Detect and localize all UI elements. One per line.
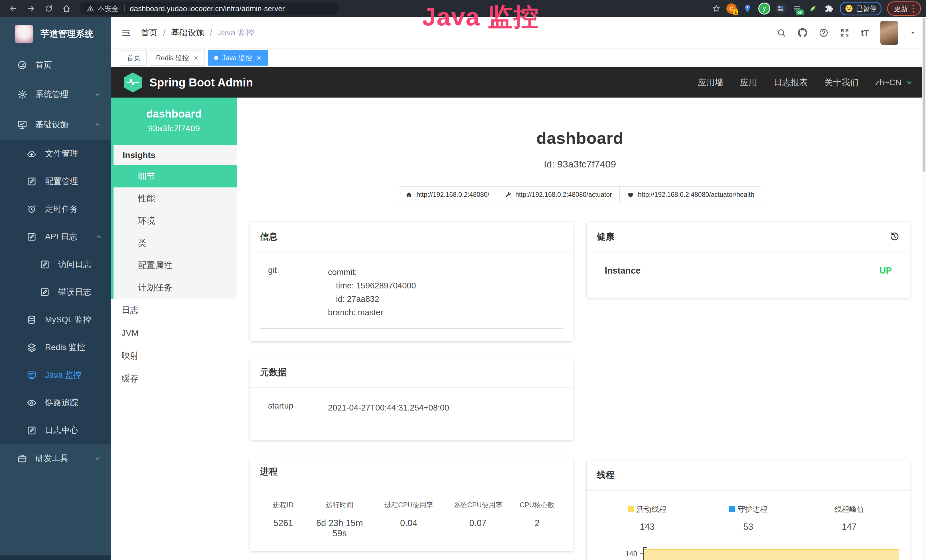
sba-nav-applications[interactable]: 应用 (740, 77, 757, 88)
health-url-button[interactable]: http://192.168.0.2:48080/actuator/health (619, 186, 762, 203)
process-col-process-cpu: 进程CPU使用率 0.04 (373, 500, 445, 539)
sba-item-classes[interactable]: 类 (113, 232, 237, 254)
sba-nav-wallboard[interactable]: 应用墙 (698, 77, 723, 88)
sidebar-item-scheduled-tasks[interactable]: 定时任务 (0, 195, 111, 223)
edit-icon (27, 177, 36, 186)
sidebar-collapse-bar[interactable] (0, 555, 111, 560)
admin-sidebar: 芋道管理系统 首页 系统管理 基础设施 文件管理 (0, 17, 111, 560)
chevron-up-icon (94, 121, 101, 129)
close-icon[interactable] (256, 55, 262, 61)
address-bar[interactable]: 不安全 dashboard.yudao.iocoder.cn/infra/adm… (79, 2, 339, 15)
sidebar-item-trace[interactable]: 链路追踪 (0, 389, 111, 416)
sidebar-item-file-management[interactable]: 文件管理 (0, 140, 111, 168)
hamburger-icon[interactable] (121, 28, 131, 38)
extensions-puzzle-icon[interactable] (824, 3, 834, 14)
extension-icon-on[interactable]: on (792, 3, 802, 14)
dashboard-gauge-icon (17, 60, 27, 70)
sba-nav-about[interactable]: 关于我们 (824, 77, 858, 88)
profile-emoji-icon (845, 4, 853, 13)
scrollbar-thumb[interactable] (923, 18, 925, 172)
sidebar-item-config-management[interactable]: 配置管理 (0, 168, 111, 195)
process-col-pid: 进程ID 5261 (260, 500, 306, 539)
github-icon[interactable] (798, 28, 807, 38)
browser-right-controls: C 1 y on 已暂停 (712, 2, 921, 16)
tags-bar: 首页 Redis 监控 Java 监控 (111, 49, 926, 67)
profile-paused-chip[interactable]: 已暂停 (840, 2, 882, 15)
help-icon[interactable] (819, 28, 828, 38)
info-card-title: 信息 (250, 222, 573, 253)
sba-item-mappings[interactable]: 映射 (111, 344, 237, 367)
locale-caret-icon (905, 78, 914, 87)
tab-redis-monitor[interactable]: Redis 监控 (150, 50, 205, 66)
cards-right-column: 健康 Instance UP (587, 222, 910, 560)
instance-header: dashboard 93a3fc7f7409 (111, 98, 237, 145)
sba-item-jvm[interactable]: JVM (111, 321, 237, 344)
sidebar-item-redis-monitor[interactable]: Redis 监控 (0, 333, 111, 361)
monitor-chart-icon (17, 120, 27, 130)
sidebar-item-system-management[interactable]: 系统管理 (0, 79, 111, 109)
extension-icon-grid[interactable] (776, 3, 786, 14)
sba-item-environment[interactable]: 环境 (113, 210, 237, 232)
sidebar-item-access-log[interactable]: 访问日志 (0, 250, 111, 278)
chevron-up-icon (95, 233, 103, 241)
sidebar-item-dev-tools[interactable]: 研发工具 (0, 444, 111, 473)
sba-item-metrics[interactable]: 性能 (113, 188, 237, 210)
instance-links: http://192.168.0.2:48080/ http://192.168… (250, 186, 910, 203)
breadcrumb-infrastructure[interactable]: 基础设施 (171, 27, 204, 38)
browser-menu-dots-icon[interactable] (912, 5, 914, 12)
cloud-upload-icon (27, 149, 36, 159)
fullscreen-icon[interactable] (840, 28, 850, 38)
sidebar-item-infrastructure[interactable]: 基础设施 (0, 109, 111, 140)
page-scrollbar[interactable] (922, 17, 926, 560)
browser-home-icon[interactable] (62, 4, 71, 13)
font-size-icon[interactable]: tT (861, 28, 869, 38)
health-card-title: 健康 (587, 222, 910, 253)
sba-item-logging[interactable]: 日志 (111, 299, 237, 321)
timer-icon (27, 204, 36, 214)
browser-forward-icon[interactable] (27, 4, 35, 13)
sba-item-caches[interactable]: 缓存 (111, 367, 237, 390)
sba-item-config-props[interactable]: 配置属性 (113, 254, 237, 277)
sba-locale-select[interactable]: zh~CN (875, 77, 914, 87)
actuator-url-button[interactable]: http://192.168.0.2:48080/actuator (497, 186, 620, 203)
process-card: 进程 进程ID 5261 运行时间 (250, 456, 573, 551)
navbar-right-tools: tT (776, 21, 916, 45)
user-avatar[interactable] (881, 21, 898, 45)
browser-reload-icon[interactable] (44, 4, 53, 13)
instance-health-row: Instance UP (597, 264, 900, 285)
tab-home[interactable]: 首页 (121, 50, 147, 66)
wrench-icon (504, 191, 511, 198)
history-icon[interactable] (890, 232, 900, 242)
breadcrumb: 首页 / 基础设施 / Java 监控 (141, 27, 254, 38)
sidebar-item-log-center[interactable]: 日志中心 (0, 416, 111, 444)
extension-icon-pin[interactable] (742, 3, 753, 14)
annotation-java-monitor: Java 监控 (422, 0, 539, 34)
sba-item-scheduled-tasks[interactable]: 计划任务 (113, 277, 237, 299)
extension-icon-c[interactable]: C 1 (726, 3, 737, 14)
sidebar-item-home[interactable]: 首页 (0, 51, 111, 79)
app-logo-row: 芋道管理系统 (0, 17, 111, 51)
search-icon[interactable] (776, 28, 786, 38)
tab-java-monitor[interactable]: Java 监控 (208, 50, 268, 66)
bookmark-star-icon[interactable] (712, 4, 721, 13)
log-edit-icon (27, 232, 36, 242)
sidebar-item-error-log[interactable]: 错误日志 (0, 278, 111, 306)
avatar-caret-icon[interactable] (909, 29, 916, 36)
service-url-button[interactable]: http://192.168.0.2:48080/ (398, 186, 497, 203)
sba-item-details[interactable]: 细节 (113, 165, 237, 188)
breadcrumb-home[interactable]: 首页 (141, 27, 157, 38)
sba-nav-journal[interactable]: 日志报表 (773, 77, 808, 88)
sidebar-item-api-log[interactable]: API 日志 (0, 223, 111, 250)
main-column: 首页 / 基础设施 / Java 监控 tT (111, 17, 926, 560)
browser-update-button[interactable]: 更新 (887, 2, 921, 16)
sidebar-item-java-monitor[interactable]: Java 监控 (0, 361, 111, 389)
sba-header: Spring Boot Admin 应用墙 应用 日志报表 关于我们 zh~CN (111, 67, 926, 98)
sba-brand-title: Spring Boot Admin (150, 76, 253, 89)
sidebar-item-mysql-monitor[interactable]: MySQL 监控 (0, 306, 111, 333)
threads-legend: 活动线程 143 守护进程 (597, 504, 900, 532)
extension-icon-y[interactable]: y (758, 3, 770, 15)
browser-back-icon[interactable] (9, 4, 18, 13)
close-icon[interactable] (193, 55, 199, 61)
legend-yellow-swatch (628, 506, 634, 512)
extension-icon-leaf[interactable] (808, 3, 818, 14)
